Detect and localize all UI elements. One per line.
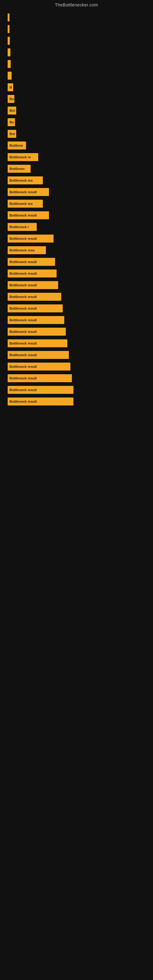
bar-row: Bottleneck res [8,198,150,210]
bar: Bottleneck result [8,269,57,277]
bar-row: Bottleneck r [8,221,150,233]
bar-row: Bottleneck result [8,210,150,221]
bar-label: Bottleneck result [10,237,37,240]
bar-row: Bottleneck result [8,314,150,326]
bar-label: Bottleneck result [10,190,37,194]
bar-row: Bottleneck result [8,291,150,302]
bar: Bo [8,95,14,103]
bar: Bottleneck result [8,386,73,394]
bar-row: Bottleneck result [8,186,150,198]
bar: Bottlenec [8,165,30,173]
bar-label: Bottleneck result [10,388,37,392]
bar-row: Bottleneck result [8,233,150,244]
bar-row: Bottleneck result [8,302,150,314]
bar-label: Bottleneck result [10,376,37,380]
bar-label: Bottlene [10,144,23,147]
bar-label: Bottleneck result [10,330,37,334]
bar: Bottlene [8,142,26,150]
bar: Bottleneck result [8,351,69,359]
bar-row: Bottleneck resu [8,244,150,256]
bar-label: Bottleneck res [10,178,33,182]
bar-row [8,46,150,58]
bar-row: Bottleneck result [8,384,150,396]
bar [8,13,10,21]
bar: Bo [8,118,15,126]
bar-row: Bo [8,116,150,128]
bar-row: B [8,81,150,93]
bar-label: Bo [10,97,14,101]
bar-label: Bottleneck result [10,365,37,368]
bar: Bottleneck result [8,293,61,301]
site-title-container: TheBottlenecker.com [0,0,153,9]
bar-row [8,12,150,23]
bar-row: Bottleneck result [8,372,150,384]
bar-row: Bottleneck result [8,337,150,349]
bar: Bottleneck res [8,200,43,208]
bar: Bottleneck result [8,363,70,371]
bar-label: Bottleneck res [10,202,33,205]
bar-row: Bottleneck result [8,256,150,268]
bar [8,72,12,80]
chart-container: EEBBoBotBoBotBottleneBottleneck reBottle… [8,12,150,407]
bar-label: Bottleneck result [10,307,37,310]
bar-row [8,23,150,35]
bar-row: Bottlenec [8,163,150,175]
bar-label: Bot [10,132,15,136]
bar: Bottleneck r [8,223,37,231]
bar [8,25,10,33]
chart-area: EEBBoBotBoBotBottleneBottleneck reBottle… [0,9,153,407]
bar: Bottleneck result [8,258,55,266]
bar: Bot [8,107,16,115]
bar-label: Bottleneck result [10,272,37,275]
bar: Bottleneck resu [8,246,46,254]
bar-label: Bottleneck re [10,155,31,159]
bar-label: Bot [10,109,15,112]
bar-row: Bottleneck result [8,326,150,337]
bar-label: Bottleneck result [10,353,37,357]
bar-row: Bottleneck result [8,396,150,407]
bar-label: Bottleneck result [10,260,37,264]
bar-label: Bottleneck resu [10,248,35,252]
bar: Bottleneck result [8,304,63,312]
bar-label: Bottleneck result [10,400,37,403]
bar-row: Bottlene [8,140,150,151]
bar-label: Bottleneck result [10,342,37,345]
bar-label: B [10,86,12,89]
bar-label: Bottleneck result [10,295,37,299]
bar: Bottleneck res [8,177,43,185]
bar-row: Bot [8,105,150,116]
bar [8,37,10,45]
bar-label: Bottlenec [10,167,25,170]
bar-label: Bottleneck result [10,318,37,322]
bar: Bottleneck result [8,281,58,289]
bar: Bottleneck result [8,374,72,382]
bar-row: Bottleneck result [8,279,150,291]
bar-row: Bot [8,128,150,140]
bar-row: Bottleneck result [8,268,150,279]
bar [8,60,11,68]
bar: Bottleneck re [8,153,38,161]
bar-row: Bo [8,93,150,105]
bar: Bottleneck result [8,398,73,406]
bar: Bottleneck result [8,316,64,324]
bar: Bottleneck result [8,235,54,243]
bar-row: Bottleneck result [8,361,150,372]
bar-label: Bo [10,120,14,124]
bar-row: E [8,70,150,81]
bar-label: Bottleneck result [10,213,37,217]
bar-row: Bottleneck result [8,349,150,361]
bar-row: Bottleneck re [8,151,150,163]
bar-row [8,58,150,70]
site-title: TheBottlenecker.com [0,0,153,9]
bar-label: Bottleneck r [10,225,29,229]
bar: Bottleneck result [8,188,49,196]
bar-row: E [8,35,150,46]
bar [8,48,10,56]
bar: B [8,83,13,91]
bar: Bottleneck result [8,339,67,347]
bar: Bottleneck result [8,328,66,336]
bar-row: Bottleneck res [8,175,150,186]
bar: Bot [8,130,16,138]
bar-label: Bottleneck result [10,283,37,287]
bar: Bottleneck result [8,211,49,219]
